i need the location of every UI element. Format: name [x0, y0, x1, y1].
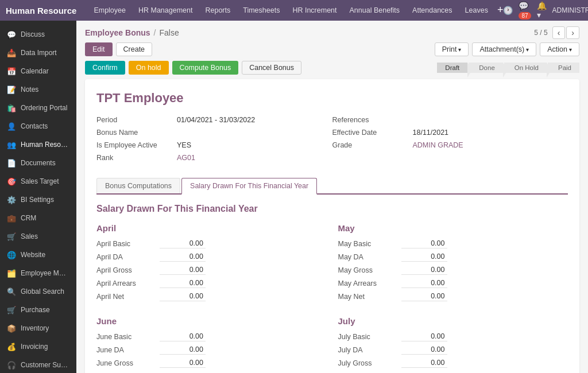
on-hold-button[interactable]: On hold [129, 61, 169, 75]
nav-leaves[interactable]: Leaves [459, 4, 494, 17]
nav-right: 🕐 💬 87 🔔 ▾ ADMINISTRATOR [503, 1, 588, 20]
sidebar-item-purchase[interactable]: 🛒Purchase [0, 301, 76, 319]
nav-hr-increment[interactable]: HR Increment [287, 4, 342, 17]
attachments-button[interactable]: Attachment(s) [472, 42, 536, 56]
nav-reports[interactable]: Reports [199, 4, 236, 17]
month-label: June Gross [96, 359, 160, 367]
sidebar-item-global-search[interactable]: 🔍Global Search [0, 282, 76, 301]
sidebar-item-customer-support[interactable]: 🎧Customer Support [0, 356, 76, 373]
workflow-bar: Confirm On hold Compute Bonus Cancel Bon… [76, 61, 588, 79]
sidebar-label: Customer Support [21, 361, 69, 369]
sidebar-label: Human Resource [21, 141, 69, 149]
nav-hr-management[interactable]: HR Management [133, 4, 199, 17]
status-step-done[interactable]: Done [469, 63, 503, 73]
nav-attendances[interactable]: Attendances [407, 4, 458, 17]
prev-arrow[interactable]: ‹ [552, 26, 566, 39]
sidebar-item-calendar[interactable]: 📅Calendar [0, 62, 76, 80]
plus-button[interactable]: + [497, 4, 504, 17]
breadcrumb-separator: / [154, 28, 156, 37]
print-button[interactable]: Print [435, 42, 469, 56]
month-value: 0.00 [160, 292, 206, 301]
breadcrumb-right: 5 / 5 ‹ › [534, 26, 579, 39]
month-label: April Basic [96, 240, 160, 248]
user-menu[interactable]: ADMINISTRATOR [552, 6, 588, 14]
breadcrumb-bar: Employee Bonus / False 5 / 5 ‹ › [76, 21, 588, 42]
breadcrumb-link[interactable]: Employee Bonus [85, 28, 150, 37]
bonus-name-row: Bonus Name [96, 129, 332, 137]
sidebar-label: BI Settings [21, 196, 54, 204]
nav-annual-benefits[interactable]: Annual Benefits [344, 4, 406, 17]
rank-value[interactable]: AG01 [177, 154, 195, 162]
nav-employee[interactable]: Employee [88, 4, 131, 17]
edit-button[interactable]: Edit [85, 42, 113, 56]
sidebar-label: Global Search [21, 287, 64, 296]
sidebar-icon: 🎧 [7, 360, 16, 370]
sidebar-item-ordering-portal[interactable]: 🛍️Ordering Portal [0, 99, 76, 117]
status-step-paid[interactable]: Paid [548, 63, 579, 73]
month-label: June Basic [96, 333, 160, 341]
main-layout: 💬Discuss📥Data Import📅Calendar📝Notes🛍️Ord… [0, 21, 588, 373]
compute-button[interactable]: Compute Bonus [172, 61, 239, 75]
month-section-june: JuneJune Basic0.00June DA0.00June Gross0… [96, 316, 327, 373]
month-value: 0.00 [401, 358, 447, 368]
sidebar-icon: 📝 [7, 85, 16, 94]
rank-label: Rank [96, 154, 177, 162]
month-row: April Arrears0.00 [96, 278, 327, 288]
sidebar-icon: 📦 [7, 324, 16, 333]
sidebar-item-crm[interactable]: 💼CRM [0, 209, 76, 227]
sidebar-item-human-resource[interactable]: 👥Human Resource [0, 135, 76, 154]
sidebar-item-website[interactable]: 🌐Website [0, 246, 76, 264]
month-label: July DA [338, 346, 401, 354]
month-value: 0.00 [401, 345, 447, 355]
cancel-button[interactable]: Cancel Bonus [242, 61, 301, 75]
sidebar-icon: 🛍️ [7, 103, 16, 112]
sidebar-item-invoicing[interactable]: 💰Invoicing [0, 337, 76, 356]
sidebar-item-sales[interactable]: 🛒Sales [0, 227, 76, 246]
tab-salary-drawn-for-this-financial-year[interactable]: Salary Drawn For This Financial Year [181, 178, 317, 195]
sidebar-label: CRM [21, 214, 36, 222]
confirm-button[interactable]: Confirm [85, 61, 125, 75]
sidebar-item-data-import[interactable]: 📥Data Import [0, 44, 76, 62]
clock-icon[interactable]: 🕐 [503, 6, 513, 15]
month-label: April Gross [96, 266, 160, 274]
month-section-may: MayMay Basic0.00May DA0.00May Gross0.00M… [338, 223, 568, 305]
month-section-april: AprilApril Basic0.00April DA0.00April Gr… [96, 223, 327, 305]
create-button[interactable]: Create [116, 42, 153, 56]
grade-value[interactable]: ADMIN GRADE [413, 141, 463, 149]
is-active-label: Is Employee Active [96, 141, 177, 149]
month-row: July Gross0.00 [338, 358, 568, 368]
month-value: 0.00 [160, 239, 206, 248]
status-step-on-hold[interactable]: On Hold [504, 63, 547, 73]
sidebar-label: Sales [21, 232, 38, 240]
tab-bonus-computations[interactable]: Bonus Computations [96, 178, 180, 193]
sidebar-item-employee-mapping[interactable]: 🗂️Employee Mapping [0, 264, 76, 282]
month-value: 0.00 [160, 265, 206, 275]
sidebar-item-notes[interactable]: 📝Notes [0, 80, 76, 99]
next-arrow[interactable]: › [566, 26, 579, 39]
month-value: 0.00 [160, 278, 206, 288]
sidebar-label: Purchase [21, 306, 50, 314]
month-value: 0.00 [401, 292, 447, 301]
sidebar-item-sales-target[interactable]: 🎯Sales Target [0, 172, 76, 191]
sidebar-icon: 🔍 [7, 287, 16, 296]
chat-icon[interactable]: 💬 87 [519, 1, 531, 20]
month-title-june: June [96, 316, 327, 326]
month-row: June Gross0.00 [96, 358, 327, 368]
bell-icon[interactable]: 🔔 ▾ [537, 1, 547, 20]
sidebar-item-discuss[interactable]: 💬Discuss [0, 25, 76, 44]
sidebar-item-contacts[interactable]: 👤Contacts [0, 117, 76, 135]
sidebar-item-inventory[interactable]: 📦Inventory [0, 319, 76, 337]
sidebar-item-documents[interactable]: 📄Documents [0, 154, 76, 172]
sidebar-label: Website [21, 251, 45, 259]
effective-date-row: Effective Date 18/11/2021 [332, 129, 568, 137]
nav-timesheets[interactable]: Timesheets [237, 4, 285, 17]
sidebar-icon: 📅 [7, 67, 16, 76]
sidebar-item-bi-settings[interactable]: ⚙️BI Settings [0, 191, 76, 209]
action-button[interactable]: Action [540, 42, 579, 56]
sidebar-icon: 👥 [7, 140, 16, 149]
month-title-july: July [338, 316, 568, 326]
salary-months-grid: AprilApril Basic0.00April DA0.00April Gr… [96, 223, 568, 373]
status-step-draft[interactable]: Draft [437, 63, 467, 73]
form-fields: Period 01/04/2021 - 31/03/2022 Bonus Nam… [96, 116, 568, 166]
month-row: June Basic0.00 [96, 332, 327, 341]
